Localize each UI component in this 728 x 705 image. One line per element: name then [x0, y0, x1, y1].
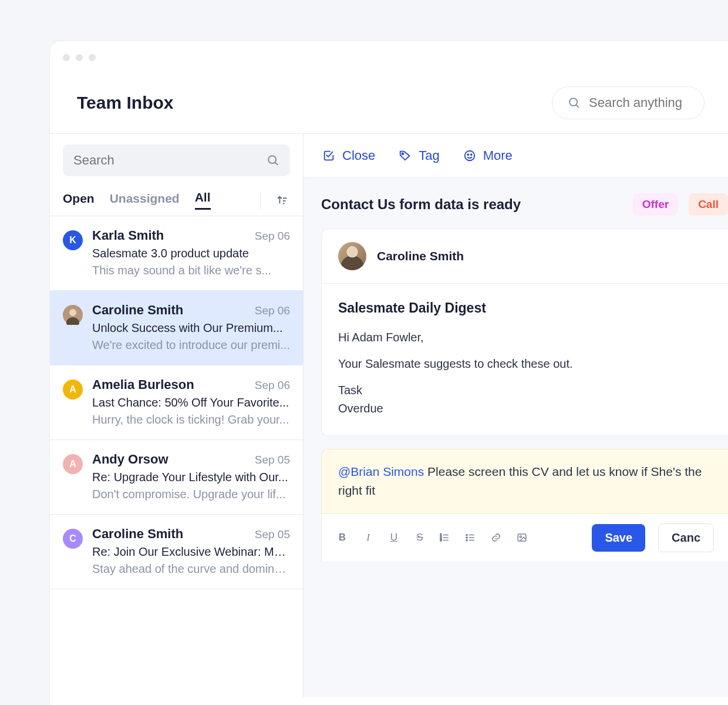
avatar: K: [63, 230, 83, 250]
card-body: Salesmate Daily Digest Hi Adam Fowler, Y…: [322, 284, 728, 435]
avatar: A: [63, 380, 83, 400]
detail-subject: Contact Us form data is ready: [321, 196, 622, 213]
svg-point-23: [466, 535, 467, 536]
item-subject: Salesmate 3.0 product update: [92, 247, 290, 260]
svg-text:3: 3: [440, 538, 442, 542]
tag-offer[interactable]: Offer: [633, 193, 678, 216]
save-button[interactable]: Save: [592, 524, 645, 552]
tag-action[interactable]: Tag: [399, 148, 439, 163]
avatar: [338, 242, 366, 270]
action-bar: Close Tag More: [304, 134, 728, 178]
svg-point-27: [520, 536, 521, 538]
svg-point-10: [402, 153, 404, 155]
mention[interactable]: @Brian Simons: [338, 465, 424, 478]
svg-point-13: [471, 154, 472, 155]
filter-tab-unassigned[interactable]: Unassigned: [110, 192, 180, 209]
smile-icon: [463, 149, 476, 162]
item-preview: Hurry, the clock is ticking! Grab your..…: [92, 413, 290, 427]
body-text: Overdue: [338, 400, 712, 418]
header: Team Inbox: [50, 73, 728, 133]
item-preview: This may sound a bit like we're s...: [92, 264, 290, 277]
message-list: K Karla SmithSep 06 Salesmate 3.0 produc…: [50, 216, 303, 589]
search-icon: [267, 154, 279, 167]
strikethrough-icon[interactable]: S: [413, 532, 426, 543]
sender-name: Karla Smith: [92, 228, 164, 243]
list-item[interactable]: A Andy OrsowSep 05 Re: Upgrade Your Life…: [50, 440, 303, 515]
detail-pane: Close Tag More Contact Us form data is r…: [304, 134, 728, 697]
sidebar-search-input[interactable]: [73, 153, 267, 168]
global-search-input[interactable]: [589, 95, 689, 110]
item-date: Sep 06: [255, 230, 290, 243]
note-card[interactable]: @Brian Simons Please screen this CV and …: [321, 449, 728, 514]
svg-point-8: [69, 309, 76, 316]
sender-name: Amelia Burleson: [92, 377, 194, 392]
item-preview: Stay ahead of the curve and domina...: [92, 562, 290, 576]
svg-point-11: [464, 151, 474, 161]
divider: [260, 192, 261, 209]
global-search[interactable]: [552, 86, 705, 119]
sidebar-search[interactable]: [63, 145, 290, 176]
list-item[interactable]: C Caroline SmithSep 05 Re: Join Our Excl…: [50, 515, 303, 589]
link-icon[interactable]: [491, 532, 504, 543]
item-date: Sep 05: [255, 454, 290, 466]
list-item[interactable]: Caroline SmithSep 06 Unlock Success with…: [50, 291, 303, 365]
svg-point-12: [467, 154, 469, 155]
window-titlebar: [50, 41, 728, 73]
svg-point-25: [466, 540, 467, 541]
avatar: A: [63, 454, 83, 474]
page-title: Team Inbox: [77, 93, 534, 113]
italic-icon[interactable]: I: [362, 532, 375, 543]
list-item[interactable]: K Karla SmithSep 06 Salesmate 3.0 produc…: [50, 216, 303, 291]
ordered-list-icon[interactable]: 123: [439, 532, 452, 543]
app-window: Team Inbox Open Unassigned All: [50, 41, 728, 705]
item-preview: Don't compromise. Upgrade your lif...: [92, 488, 290, 501]
window-dot: [76, 54, 83, 61]
filter-tab-open[interactable]: Open: [63, 192, 95, 209]
item-subject: Re: Join Our Exclusive Webinar: Ma...: [92, 545, 290, 559]
tag-call[interactable]: Call: [689, 193, 728, 216]
filter-tab-all[interactable]: All: [195, 190, 211, 210]
item-date: Sep 06: [255, 379, 290, 392]
sender-name: Caroline Smith: [92, 526, 183, 542]
cancel-button[interactable]: Canc: [658, 523, 714, 552]
body-text: Hi Adam Fowler,: [338, 328, 712, 347]
subject-row: Contact Us form data is ready Offer Call: [321, 193, 728, 216]
svg-line-1: [576, 105, 578, 107]
svg-line-3: [275, 162, 277, 164]
item-subject: Last Chance: 50% Off Your Favorite...: [92, 396, 290, 409]
card-header: Caroline Smith: [322, 229, 728, 284]
bold-icon[interactable]: B: [336, 532, 349, 543]
window-dot: [89, 54, 96, 61]
sender-name: Caroline Smith: [92, 303, 183, 318]
underline-icon[interactable]: U: [387, 532, 400, 543]
image-icon[interactable]: [517, 532, 530, 543]
list-item[interactable]: A Amelia BurlesonSep 06 Last Chance: 50%…: [50, 365, 303, 440]
bullet-list-icon[interactable]: [465, 532, 478, 543]
sidebar: Open Unassigned All K Karla SmithSep 06 …: [50, 134, 304, 697]
avatar: C: [63, 529, 83, 549]
checkbox-icon: [322, 149, 335, 162]
filter-row: Open Unassigned All: [50, 181, 303, 216]
window-dot: [63, 54, 70, 61]
body-text: Task: [338, 381, 712, 400]
item-date: Sep 05: [255, 528, 290, 541]
close-action[interactable]: Close: [322, 148, 375, 163]
sender-name: Andy Orsow: [92, 452, 168, 467]
content-area: Contact Us form data is ready Offer Call…: [304, 178, 728, 697]
item-subject: Re: Upgrade Your Lifestyle with Our...: [92, 471, 290, 484]
contact-name: Caroline Smith: [377, 249, 464, 263]
search-icon: [568, 96, 581, 109]
item-subject: Unlock Success with Our Premium...: [92, 321, 290, 335]
item-preview: We're excited to introduce our premi...: [92, 338, 290, 352]
svg-point-24: [466, 537, 467, 538]
more-action[interactable]: More: [463, 148, 513, 163]
sort-button[interactable]: [276, 194, 289, 207]
item-date: Sep 06: [255, 304, 290, 317]
body-title: Salesmate Daily Digest: [338, 298, 712, 319]
avatar: [63, 305, 83, 325]
tag-icon: [399, 149, 412, 162]
main: Open Unassigned All K Karla SmithSep 06 …: [50, 133, 728, 697]
message-card: Caroline Smith Salesmate Daily Digest Hi…: [321, 229, 728, 436]
body-text: Your Salesmate suggests to check these o…: [338, 355, 712, 373]
composer-toolbar: B I U S 123 Save Canc: [321, 514, 728, 562]
